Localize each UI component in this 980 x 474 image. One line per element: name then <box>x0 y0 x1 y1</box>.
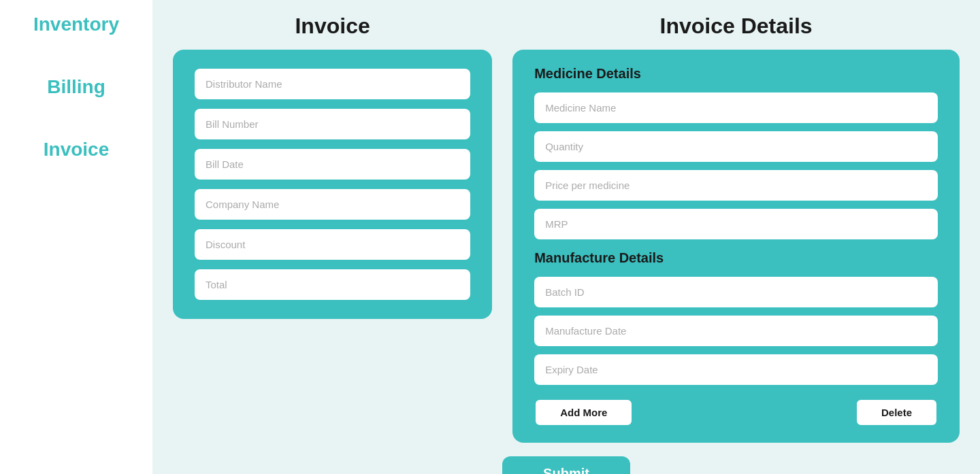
sidebar-item-inventory[interactable]: Inventory <box>33 14 119 35</box>
invoice-details-section: Invoice Details Medicine Details Manufac… <box>512 14 960 443</box>
input-price-per-medicine[interactable] <box>534 170 938 201</box>
sidebar-item-invoice[interactable]: Invoice <box>44 139 109 160</box>
manufacture-fields-group <box>534 277 938 385</box>
invoice-section: Invoice <box>173 14 492 319</box>
input-expiry-date[interactable] <box>534 354 938 385</box>
content-columns: Invoice Invoice Details Medicine Details… <box>173 14 960 443</box>
delete-button[interactable]: Delete <box>855 399 938 426</box>
sidebar-item-billing[interactable]: Billing <box>47 76 105 98</box>
input-bill-date[interactable] <box>195 149 470 180</box>
invoice-title: Invoice <box>295 14 370 39</box>
submit-button[interactable]: Submit <box>502 456 630 474</box>
medicine-fields-group <box>534 92 938 239</box>
sidebar: InventoryBillingInvoice <box>0 0 152 474</box>
input-mrp[interactable] <box>534 209 938 239</box>
input-distributor-name[interactable] <box>195 69 470 99</box>
add-more-button[interactable]: Add More <box>534 399 633 426</box>
manufacture-details-heading: Manufacture Details <box>534 250 938 266</box>
invoice-card <box>173 50 492 319</box>
input-manufacture-date[interactable] <box>534 316 938 346</box>
input-total[interactable] <box>195 269 470 300</box>
input-bill-number[interactable] <box>195 109 470 139</box>
input-discount[interactable] <box>195 229 470 260</box>
input-company-name[interactable] <box>195 189 470 220</box>
input-medicine-name[interactable] <box>534 92 938 123</box>
action-buttons-row: Add More Delete <box>534 399 938 426</box>
submit-row: Submit <box>173 456 960 474</box>
invoice-details-card: Medicine Details Manufacture Details Add… <box>512 50 960 443</box>
input-batch-id[interactable] <box>534 277 938 307</box>
main-content: Invoice Invoice Details Medicine Details… <box>152 0 980 474</box>
input-quantity[interactable] <box>534 131 938 162</box>
invoice-details-title: Invoice Details <box>660 14 813 39</box>
medicine-details-heading: Medicine Details <box>534 66 938 82</box>
